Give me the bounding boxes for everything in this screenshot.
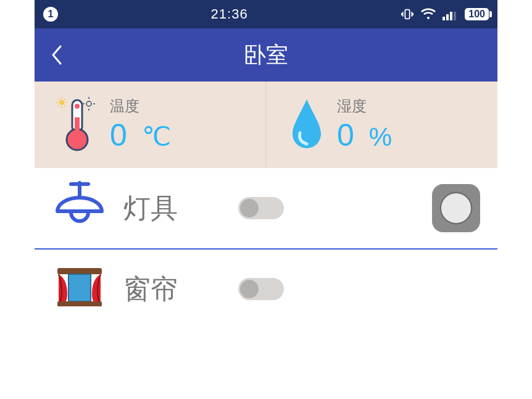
- svg-rect-3: [450, 12, 452, 20]
- humidity-label: 湿度: [337, 96, 392, 116]
- device-row-curtain[interactable]: 窗帘: [35, 248, 497, 329]
- svg-point-6: [59, 100, 64, 105]
- lamp-icon: [52, 180, 107, 236]
- temperature-value: 0: [110, 117, 127, 153]
- device-label: 灯具: [123, 190, 197, 227]
- svg-rect-4: [454, 12, 456, 20]
- device-toggle-curtain[interactable]: [238, 278, 284, 300]
- device-label: 窗帘: [123, 271, 197, 308]
- page-header: 卧室: [35, 28, 497, 82]
- svg-rect-22: [69, 274, 91, 301]
- curtain-icon: [52, 263, 107, 315]
- wifi-icon: [420, 8, 436, 20]
- device-toggle-light[interactable]: [238, 197, 284, 219]
- notification-count-badge: 1: [43, 7, 58, 22]
- svg-rect-24: [57, 301, 102, 306]
- device-row-light[interactable]: 灯具: [35, 168, 497, 248]
- svg-line-11: [58, 99, 59, 100]
- battery-indicator: 100: [465, 8, 489, 20]
- temperature-unit: ℃: [142, 122, 171, 152]
- water-drop-icon: [288, 96, 326, 154]
- temperature-label: 温度: [110, 96, 171, 116]
- svg-point-18: [75, 104, 80, 109]
- svg-rect-5: [454, 9, 456, 12]
- humidity-value: 0: [337, 117, 354, 153]
- svg-line-14: [64, 105, 65, 106]
- vibrate-icon: [401, 7, 414, 21]
- assistive-touch-button[interactable]: [432, 184, 480, 232]
- svg-rect-0: [405, 10, 410, 19]
- svg-rect-1: [443, 17, 445, 20]
- temperature-card: 温度 0 ℃: [35, 82, 265, 168]
- svg-rect-17: [75, 117, 80, 140]
- svg-rect-2: [446, 14, 449, 20]
- signal-icon: [443, 8, 459, 20]
- thermometer-icon: [56, 94, 99, 156]
- humidity-card: 湿度 0 %: [265, 82, 497, 168]
- status-time: 21:36: [58, 6, 401, 22]
- svg-line-12: [64, 99, 65, 100]
- status-bar: 1 21:36: [35, 0, 497, 28]
- humidity-unit: %: [369, 122, 392, 152]
- svg-rect-21: [57, 268, 102, 274]
- sensor-panel: 温度 0 ℃ 湿度 0 %: [35, 82, 497, 168]
- page-title: 卧室: [49, 40, 483, 70]
- svg-line-13: [58, 105, 59, 106]
